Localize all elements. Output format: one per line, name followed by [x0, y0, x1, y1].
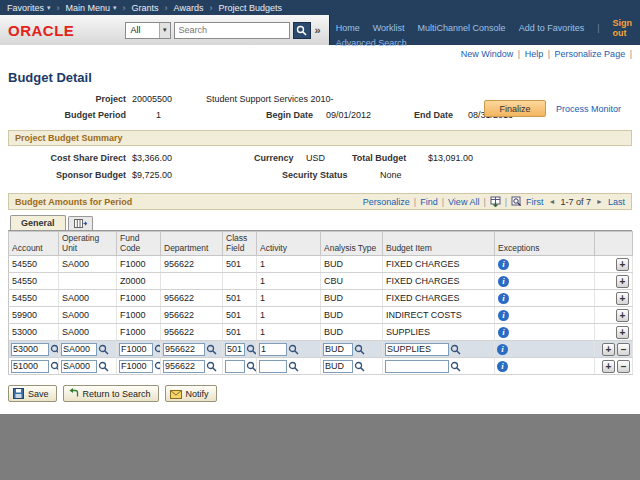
- project-label: Project: [8, 94, 126, 104]
- search-scope-select[interactable]: All ▾: [125, 22, 171, 39]
- advanced-search-link[interactable]: Advanced Search: [336, 38, 407, 48]
- exception-info-icon[interactable]: i: [498, 276, 509, 287]
- cell-operating-unit: [59, 358, 117, 375]
- lookup-icon[interactable]: [246, 361, 257, 372]
- add-to-favorites-link[interactable]: Add to Favorites: [519, 23, 585, 33]
- download-icon[interactable]: [490, 196, 501, 207]
- cell-class-field: [223, 358, 257, 375]
- previous-page-icon[interactable]: ◄: [548, 198, 557, 205]
- lookup-icon[interactable]: [246, 344, 257, 355]
- next-page-icon[interactable]: ►: [595, 198, 604, 205]
- search-go-button[interactable]: [293, 22, 311, 39]
- add-row-button[interactable]: +: [602, 360, 615, 373]
- lookup-icon[interactable]: [288, 344, 299, 355]
- home-link[interactable]: Home: [336, 23, 360, 33]
- sign-out-link[interactable]: Sign out: [613, 18, 633, 38]
- bottom-toolbar: Save Return to Search Notify: [8, 385, 632, 402]
- zoom-grid-icon[interactable]: [511, 196, 522, 207]
- lookup-icon[interactable]: [50, 361, 59, 372]
- class-field-input[interactable]: [225, 343, 245, 356]
- expand-search-icon[interactable]: »: [315, 24, 321, 36]
- lookup-icon[interactable]: [288, 361, 299, 372]
- cell-activity: 1: [257, 307, 321, 324]
- activity-input[interactable]: [259, 360, 287, 373]
- activity-input[interactable]: [259, 343, 287, 356]
- delete-row-button[interactable]: –: [617, 360, 630, 373]
- view-all-link[interactable]: View All: [448, 197, 479, 207]
- finalize-button[interactable]: Finalize: [484, 100, 546, 117]
- cell-fund-code: F1000: [117, 324, 161, 341]
- add-row-button[interactable]: +: [602, 343, 615, 356]
- first-link[interactable]: First: [526, 197, 544, 207]
- header-right: Home Worklist MultiChannel Console Add t…: [330, 15, 640, 45]
- exception-info-icon[interactable]: i: [497, 344, 508, 355]
- fund-code-input[interactable]: [119, 360, 153, 373]
- lookup-icon[interactable]: [154, 361, 161, 372]
- lookup-icon[interactable]: [50, 344, 59, 355]
- lookup-icon[interactable]: [450, 361, 461, 372]
- find-link[interactable]: Find: [420, 197, 438, 207]
- delete-row-button[interactable]: –: [617, 343, 630, 356]
- exception-info-icon[interactable]: i: [498, 327, 509, 338]
- lookup-icon[interactable]: [206, 361, 217, 372]
- fund-code-input[interactable]: [119, 343, 153, 356]
- return-to-search-button[interactable]: Return to Search: [63, 385, 159, 402]
- multichannel-console-link[interactable]: MultiChannel Console: [418, 23, 506, 33]
- lookup-icon[interactable]: [98, 344, 109, 355]
- cell-activity: 1: [257, 324, 321, 341]
- breadcrumb-favorites[interactable]: Favorites ▾: [7, 3, 51, 13]
- help-link[interactable]: Help: [525, 49, 544, 59]
- account-input[interactable]: [11, 343, 49, 356]
- exception-info-icon[interactable]: i: [498, 259, 509, 270]
- personalize-link[interactable]: Personalize: [363, 197, 410, 207]
- operating-unit-input[interactable]: [61, 343, 97, 356]
- tab-general[interactable]: General: [10, 215, 66, 230]
- separator: |: [518, 49, 520, 59]
- save-button[interactable]: Save: [8, 385, 57, 402]
- cell-row-actions: +: [595, 307, 633, 324]
- chevron-down-icon: ▾: [47, 4, 51, 12]
- new-window-link[interactable]: New Window: [461, 49, 514, 59]
- cell-budget-item: FIXED CHARGES: [383, 290, 495, 307]
- exception-info-icon[interactable]: i: [497, 361, 508, 372]
- lookup-icon[interactable]: [354, 361, 365, 372]
- worklist-link[interactable]: Worklist: [373, 23, 405, 33]
- show-all-columns-tab[interactable]: [68, 216, 93, 230]
- search-input[interactable]: [174, 22, 290, 39]
- lookup-icon[interactable]: [354, 344, 365, 355]
- notify-button[interactable]: Notify: [165, 385, 217, 402]
- chevron-down-icon: ▾: [159, 23, 170, 38]
- add-row-button[interactable]: +: [616, 326, 629, 339]
- process-monitor-link[interactable]: Process Monitor: [556, 104, 621, 114]
- exception-info-icon[interactable]: i: [498, 310, 509, 321]
- exception-info-icon[interactable]: i: [498, 293, 509, 304]
- breadcrumb-awards[interactable]: Awards: [174, 3, 204, 13]
- account-input[interactable]: [11, 360, 49, 373]
- lookup-icon[interactable]: [98, 361, 109, 372]
- breadcrumb-grants[interactable]: Grants: [132, 3, 159, 13]
- breadcrumb-main-menu[interactable]: Main Menu ▾: [66, 3, 117, 13]
- cell-row-actions: +–: [595, 341, 633, 358]
- department-input[interactable]: [163, 360, 205, 373]
- cell-class-field: 501: [223, 307, 257, 324]
- personalize-page-link[interactable]: Personalize Page: [555, 49, 626, 59]
- project-budget-summary-header: Project Budget Summary: [8, 130, 632, 146]
- operating-unit-input[interactable]: [61, 360, 97, 373]
- analysis-type-input[interactable]: [323, 360, 353, 373]
- add-row-button[interactable]: +: [616, 275, 629, 288]
- analysis-type-input[interactable]: [323, 343, 353, 356]
- last-link[interactable]: Last: [608, 197, 625, 207]
- lookup-icon[interactable]: [450, 344, 461, 355]
- department-input[interactable]: [163, 343, 205, 356]
- class-field-input[interactable]: [225, 360, 245, 373]
- add-row-button[interactable]: +: [616, 258, 629, 271]
- lookup-icon[interactable]: [206, 344, 217, 355]
- header-band: ORACLE All ▾ » Home Worklist MultiChanne…: [0, 15, 640, 45]
- add-row-button[interactable]: +: [616, 309, 629, 322]
- add-row-button[interactable]: +: [616, 292, 629, 305]
- breadcrumb-project-budgets[interactable]: Project Budgets: [218, 3, 282, 13]
- lookup-icon[interactable]: [154, 344, 161, 355]
- budget-item-input[interactable]: [385, 343, 449, 356]
- budget-item-input[interactable]: [385, 360, 449, 373]
- cell-account: [9, 358, 59, 375]
